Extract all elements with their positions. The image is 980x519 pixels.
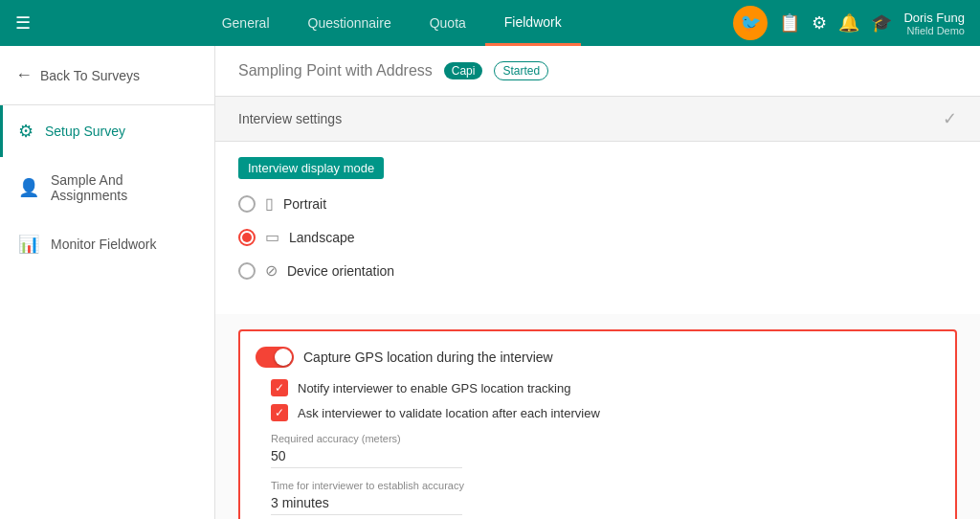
time-group: Time for interviewer to establish accura… xyxy=(256,480,940,515)
nav-general[interactable]: General xyxy=(203,0,289,46)
monitor-fieldwork-label: Monitor Fieldwork xyxy=(51,237,156,252)
back-label: Back To Surveys xyxy=(40,68,140,83)
section-header: Interview settings ✓ xyxy=(215,97,980,142)
monitor-icon: 📊 xyxy=(18,234,39,255)
sample-assignments-label: Sample And Assignments xyxy=(51,172,199,203)
checkbox-notify[interactable]: ✓ xyxy=(271,379,288,396)
check-notify-icon: ✓ xyxy=(275,381,284,395)
user-name: Doris Fung xyxy=(903,11,965,25)
radio-landscape[interactable]: ▭ Landscape xyxy=(238,224,957,250)
landscape-label: Landscape xyxy=(289,230,355,245)
page-title: Sampling Point with Address xyxy=(238,62,433,79)
nav-links: General Questionnaire Quota Fieldwork xyxy=(50,0,733,46)
hamburger-icon[interactable]: ☰ xyxy=(15,12,31,34)
setup-icon: ⚙ xyxy=(18,121,33,142)
radio-group: ▯ Portrait ▭ Landscape ⊘ Device orientat… xyxy=(238,191,957,283)
checkbox-validate-row: ✓ Ask interviewer to validate location a… xyxy=(256,404,940,421)
check-icon[interactable]: ✓ xyxy=(943,108,957,129)
gps-section: Capture GPS location during the intervie… xyxy=(238,329,957,519)
check-validate-icon: ✓ xyxy=(275,406,284,419)
time-value[interactable]: 3 minutes xyxy=(271,495,462,515)
time-label: Time for interviewer to establish accura… xyxy=(271,480,940,491)
radio-landscape-circle xyxy=(238,229,256,246)
back-arrow-icon: ← xyxy=(15,65,33,85)
gps-main-label: Capture GPS location during the intervie… xyxy=(303,350,553,365)
radio-device[interactable]: ⊘ Device orientation xyxy=(238,258,957,283)
device-icon: ⊘ xyxy=(265,261,278,280)
landscape-icon: ▭ xyxy=(265,228,279,246)
required-accuracy-group: Required accuracy (meters) 50 xyxy=(256,433,940,468)
gps-toggle-knob xyxy=(275,349,292,366)
top-nav: ☰ General Questionnaire Quota Fieldwork … xyxy=(0,0,980,46)
sidebar: ← Back To Surveys ⚙ Setup Survey 👤 Sampl… xyxy=(0,46,215,519)
main-content: Sampling Point with Address Capi Started… xyxy=(215,46,980,519)
checkbox-notify-row: ✓ Notify interviewer to enable GPS locat… xyxy=(256,379,940,396)
nav-questionnaire[interactable]: Questionnaire xyxy=(289,0,411,46)
sidebar-item-monitor-fieldwork[interactable]: 📊 Monitor Fieldwork xyxy=(0,218,214,270)
mode-label: Interview display mode xyxy=(238,157,384,179)
gear-icon[interactable]: ⚙ xyxy=(812,12,827,34)
radio-device-circle xyxy=(238,262,256,280)
graduation-icon[interactable]: 🎓 xyxy=(871,12,892,34)
checkbox-validate[interactable]: ✓ xyxy=(271,404,288,421)
top-nav-right: 🐦 📋 ⚙ 🔔 🎓 Doris Fung Nfield Demo xyxy=(733,6,965,40)
clipboard-icon[interactable]: 📋 xyxy=(779,12,800,34)
portrait-label: Portrait xyxy=(283,196,326,212)
setup-survey-label: Setup Survey xyxy=(45,124,125,139)
nav-quota[interactable]: Quota xyxy=(411,0,485,46)
page-header: Sampling Point with Address Capi Started xyxy=(215,46,980,97)
nav-fieldwork[interactable]: Fieldwork xyxy=(485,0,581,46)
checkbox-notify-label: Notify interviewer to enable GPS locatio… xyxy=(298,381,570,395)
gps-toggle[interactable] xyxy=(256,347,294,368)
sidebar-item-setup-survey[interactable]: ⚙ Setup Survey xyxy=(0,105,214,157)
sample-icon: 👤 xyxy=(18,177,39,198)
radio-portrait-circle xyxy=(238,195,256,213)
badge-capi: Capi xyxy=(444,62,483,79)
bell-icon[interactable]: 🔔 xyxy=(838,12,859,34)
section-title: Interview settings xyxy=(238,111,342,126)
checkbox-validate-label: Ask interviewer to validate location aft… xyxy=(298,406,600,420)
avatar[interactable]: 🐦 xyxy=(733,6,768,40)
portrait-icon: ▯ xyxy=(265,194,274,213)
badge-started: Started xyxy=(494,61,548,80)
required-accuracy-value[interactable]: 50 xyxy=(271,448,462,468)
gps-toggle-row: Capture GPS location during the intervie… xyxy=(256,347,940,368)
radio-portrait[interactable]: ▯ Portrait xyxy=(238,191,957,216)
user-info: Doris Fung Nfield Demo xyxy=(903,11,965,36)
device-label: Device orientation xyxy=(287,263,394,279)
sidebar-item-sample-assignments[interactable]: 👤 Sample And Assignments xyxy=(0,157,214,218)
required-accuracy-label: Required accuracy (meters) xyxy=(271,433,940,444)
user-demo: Nfield Demo xyxy=(903,25,965,36)
section-body: Interview display mode ▯ Portrait ▭ Land… xyxy=(215,142,980,314)
radio-landscape-dot xyxy=(242,233,252,242)
back-to-surveys[interactable]: ← Back To Surveys xyxy=(0,46,214,105)
